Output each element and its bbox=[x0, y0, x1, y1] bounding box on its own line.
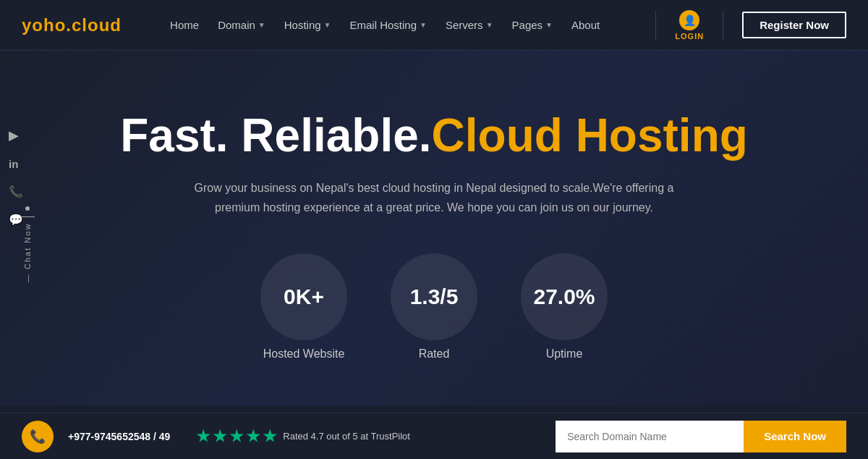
trustpilot-text: Rated 4.7 out of 5 at TrustPilot bbox=[283, 431, 410, 442]
nav-divider-2 bbox=[723, 11, 723, 40]
stat-label-rated: Rated bbox=[419, 348, 450, 361]
chat-line bbox=[20, 216, 35, 217]
star-5 bbox=[263, 429, 277, 444]
logo-text-main: yoho. bbox=[22, 15, 72, 35]
stat-rated: 1.3/5 Rated bbox=[391, 253, 477, 361]
stat-value-hosted: 0K+ bbox=[260, 253, 347, 340]
star-4 bbox=[246, 429, 260, 444]
bottom-bar: 📞 +977-9745652548 / 49 Rated 4.7 out of … bbox=[0, 413, 868, 459]
chevron-down-icon: ▼ bbox=[545, 21, 553, 29]
user-icon: 👤 bbox=[679, 10, 699, 30]
trustpilot-section: Rated 4.7 out of 5 at TrustPilot bbox=[196, 429, 410, 444]
nav-pages[interactable]: Pages ▼ bbox=[505, 14, 560, 35]
hero-headline: Fast. Reliable.Cloud Hosting bbox=[120, 110, 748, 161]
hero-section: Fast. Reliable.Cloud Hosting Grow your b… bbox=[0, 51, 868, 405]
nav-domain[interactable]: Domain ▼ bbox=[210, 14, 273, 35]
nav-hosting[interactable]: Hosting ▼ bbox=[277, 14, 339, 35]
nav-home[interactable]: Home bbox=[163, 14, 206, 35]
chevron-down-icon: ▼ bbox=[258, 21, 265, 29]
phone-icon: 📞 bbox=[30, 429, 46, 445]
phone-number: +977-9745652548 / 49 bbox=[68, 431, 170, 442]
nav-about[interactable]: About bbox=[564, 14, 607, 35]
phone-icon[interactable]: 📞 bbox=[9, 185, 23, 198]
chevron-down-icon: ▼ bbox=[486, 21, 493, 29]
stat-label-uptime: Uptime bbox=[546, 348, 583, 361]
main-nav: Home Domain ▼ Hosting ▼ Email Hosting ▼ … bbox=[163, 14, 607, 35]
youtube-icon[interactable]: ▶ bbox=[9, 127, 23, 143]
chat-dot bbox=[25, 206, 30, 211]
nav-divider bbox=[655, 11, 656, 40]
login-label: LOGIN bbox=[675, 32, 704, 41]
login-button[interactable]: 👤 LOGIN bbox=[675, 10, 704, 41]
stat-value-rated: 1.3/5 bbox=[391, 253, 477, 340]
domain-search-input[interactable] bbox=[556, 421, 744, 452]
side-social: ▶ in 📞 💬 — Chat Now bbox=[0, 116, 32, 238]
hero-subtitle: Grow your business on Nepal's best cloud… bbox=[181, 178, 687, 217]
star-rating bbox=[196, 429, 277, 444]
star-2 bbox=[213, 429, 227, 444]
nav-email-hosting[interactable]: Email Hosting ▼ bbox=[342, 14, 433, 35]
navbar: yoho.cloud Home Domain ▼ Hosting ▼ Email… bbox=[0, 0, 868, 51]
linkedin-icon[interactable]: in bbox=[9, 158, 23, 170]
domain-search: Search Now bbox=[556, 421, 846, 452]
stat-label-hosted: Hosted Website bbox=[263, 348, 345, 361]
chat-now-label: — Chat Now bbox=[20, 206, 35, 282]
search-now-button[interactable]: Search Now bbox=[744, 421, 846, 452]
stat-uptime: 27.0% Uptime bbox=[521, 253, 608, 361]
logo[interactable]: yoho.cloud bbox=[22, 15, 122, 35]
register-button[interactable]: Register Now bbox=[742, 12, 846, 38]
chevron-down-icon: ▼ bbox=[324, 21, 331, 29]
stats-section: 0K+ Hosted Website 1.3/5 Rated 27.0% Upt… bbox=[260, 253, 608, 361]
star-1 bbox=[196, 429, 210, 444]
chevron-down-icon: ▼ bbox=[420, 21, 427, 29]
stat-value-uptime: 27.0% bbox=[521, 253, 608, 340]
phone-icon-circle: 📞 bbox=[22, 421, 54, 452]
nav-servers[interactable]: Servers ▼ bbox=[438, 14, 501, 35]
hero-headline-accent: Cloud Hosting bbox=[432, 109, 748, 161]
stat-hosted-website: 0K+ Hosted Website bbox=[260, 253, 347, 361]
logo-text-accent: cloud bbox=[72, 15, 122, 35]
star-3 bbox=[229, 429, 244, 444]
hero-headline-white: Fast. Reliable. bbox=[120, 109, 431, 161]
